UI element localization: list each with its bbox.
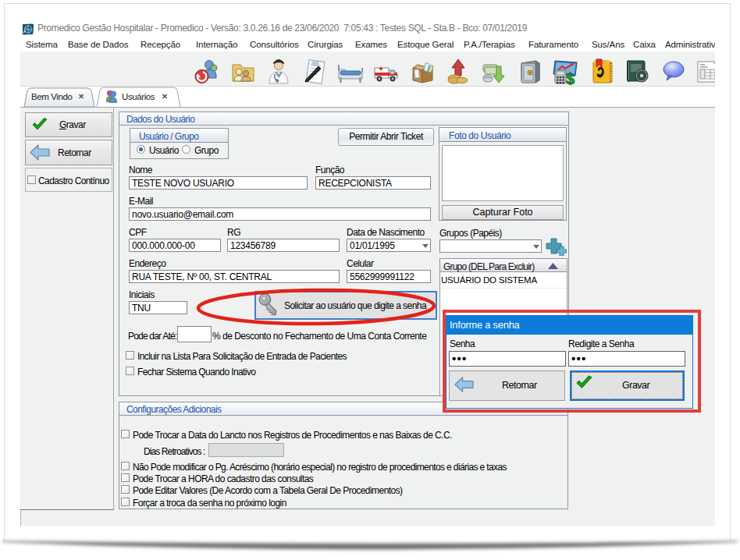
svg-text:$: $ (566, 70, 575, 85)
